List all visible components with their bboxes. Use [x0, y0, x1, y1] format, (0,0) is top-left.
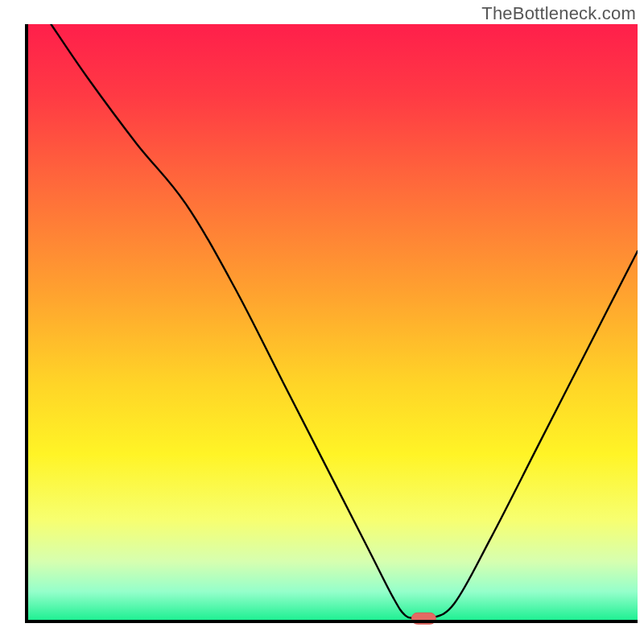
- bottleneck-chart: [0, 0, 644, 644]
- plot-background: [27, 24, 638, 621]
- chart-container: { "watermark": "TheBottleneck.com", "col…: [0, 0, 644, 644]
